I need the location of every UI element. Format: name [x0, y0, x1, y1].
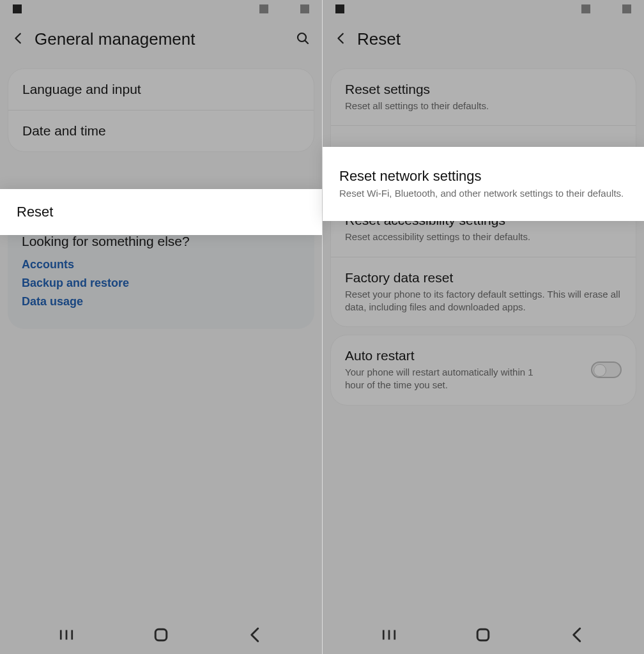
- app-header: Reset: [323, 18, 644, 65]
- svg-rect-5: [155, 629, 167, 641]
- status-indicator-icon: [259, 4, 268, 13]
- app-header: General management: [0, 18, 322, 65]
- item-factory-data-reset[interactable]: Factory data reset Reset your phone to i…: [331, 257, 636, 327]
- back-icon[interactable]: [334, 31, 348, 48]
- back-nav-icon[interactable]: [246, 625, 265, 644]
- item-label: Reset accessibility settings: [345, 213, 622, 228]
- home-icon[interactable]: [473, 625, 493, 644]
- svg-rect-9: [478, 629, 489, 641]
- status-bar: [0, 0, 322, 18]
- link-accounts[interactable]: Accounts: [22, 258, 300, 271]
- system-nav-bar: [323, 618, 644, 654]
- back-nav-icon[interactable]: [568, 625, 587, 644]
- search-icon[interactable]: [295, 31, 310, 49]
- recent-apps-icon[interactable]: [379, 625, 399, 644]
- page-title: Reset: [357, 29, 632, 49]
- status-bar: [323, 0, 644, 18]
- screenshot-reset: Reset Reset settings Reset all settings …: [322, 0, 644, 654]
- reset-network-placeholder: [331, 125, 636, 199]
- screenshot-general-management: General management Language and input Da…: [0, 0, 322, 654]
- item-label: Factory data reset: [345, 270, 622, 285]
- item-reset-accessibility[interactable]: Reset accessibility settings Reset acces…: [331, 199, 636, 256]
- item-label: Reset settings: [345, 82, 622, 97]
- item-sub: Reset your phone to its factory default …: [345, 288, 622, 314]
- link-data-usage[interactable]: Data usage: [22, 295, 300, 308]
- item-sub: Reset accessibility settings to their de…: [345, 231, 622, 243]
- item-auto-restart[interactable]: Auto restart Your phone will restart aut…: [331, 335, 636, 405]
- status-indicator-icon: [300, 4, 309, 13]
- home-icon[interactable]: [151, 625, 171, 644]
- status-indicator-icon: [335, 4, 344, 13]
- looking-for-card: Looking for something else? Accounts Bac…: [8, 218, 314, 329]
- looking-for-title: Looking for something else?: [22, 234, 300, 249]
- item-sub: Reset all settings to their defaults.: [345, 100, 622, 112]
- item-reset-settings[interactable]: Reset settings Reset all settings to the…: [331, 69, 636, 125]
- item-sub: Your phone will restart automatically wi…: [345, 366, 549, 392]
- item-label: Language and input: [22, 82, 300, 97]
- system-nav-bar: [0, 618, 322, 654]
- item-date-and-time[interactable]: Date and time: [8, 110, 314, 151]
- item-language-and-input[interactable]: Language and input: [8, 69, 314, 110]
- settings-card: Language and input Date and time: [8, 68, 314, 152]
- status-indicator-icon: [13, 4, 22, 13]
- item-label: Auto restart: [345, 348, 588, 363]
- reset-row-placeholder: [0, 156, 322, 206]
- item-label: Date and time: [22, 123, 300, 139]
- back-icon[interactable]: [12, 31, 26, 48]
- auto-restart-card: Auto restart Your phone will restart aut…: [330, 335, 636, 406]
- status-indicator-icon: [581, 4, 590, 13]
- status-indicator-icon: [622, 4, 631, 13]
- recent-apps-icon[interactable]: [57, 625, 76, 644]
- auto-restart-toggle[interactable]: [591, 361, 622, 378]
- link-backup-and-restore[interactable]: Backup and restore: [22, 277, 300, 290]
- svg-line-1: [305, 40, 308, 43]
- page-title: General management: [34, 29, 286, 49]
- reset-options-card: Reset settings Reset all settings to the…: [330, 68, 636, 327]
